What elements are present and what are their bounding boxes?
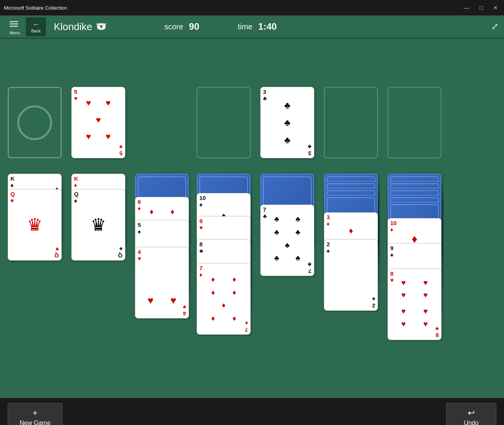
new-game-button[interactable]: + New Game (8, 403, 62, 425)
close-button[interactable]: ✕ (491, 4, 500, 12)
minimize-button[interactable]: — (462, 4, 472, 12)
back-button[interactable]: ← Back (26, 17, 46, 36)
bear-icon: 🐻‍❄️ (96, 22, 106, 32)
time-value: 1:40 (258, 21, 277, 32)
game-area: 5♥ 5♥ ♥ ♥ ♥ ♥ ♥ 3♣ 3♣ ♣ ♣ ♣ (0, 39, 504, 398)
card-7-clubs[interactable]: 7♣ 7♣ ♣ ♣ ♣ ♣ ♣ ♣ ♣ (260, 205, 314, 276)
card-5-hearts[interactable]: 5♥ 5♥ ♥ ♥ ♥ ♥ ♥ (71, 87, 125, 158)
card-2-spades[interactable]: 2♠ 2♠ (324, 239, 378, 311)
card-7-diamonds[interactable]: 7♦ 7♦ ♦ ♦ ♦ ♦ ♦ ♦ ♦ (197, 263, 251, 335)
score-value: 90 (189, 21, 199, 32)
title-bar: Microsoft Solitaire Collection — □ ✕ (0, 0, 504, 15)
bottom-bar: + New Game ↩ Undo (0, 398, 504, 425)
score-label: score (164, 22, 183, 31)
window-controls: — □ ✕ (462, 4, 500, 12)
app-title: Microsoft Solitaire Collection (4, 5, 67, 11)
back-label: Back (31, 29, 40, 33)
maximize-button[interactable]: □ (477, 4, 485, 12)
undo-button[interactable]: ↩ Undo (446, 403, 496, 425)
new-game-icon: + (33, 408, 38, 418)
card-8-hearts[interactable]: 8♥ 8♥ ♥ ♥ ♥ ♥ ♥ ♥ ♥ ♥ (388, 269, 442, 340)
card-3-clubs[interactable]: 3♣ 3♣ ♣ ♣ ♣ (260, 87, 314, 158)
deck-placeholder[interactable] (8, 87, 62, 158)
undo-icon: ↩ (468, 408, 475, 418)
time-area: time 1:40 (238, 21, 277, 32)
expand-button[interactable]: ⤢ (491, 22, 498, 32)
card-q-spades[interactable]: Q♠ Q♠ ♛ (71, 189, 125, 261)
foundation-3[interactable] (324, 87, 378, 158)
score-area: score 90 (164, 21, 199, 32)
foundation-1[interactable] (197, 87, 251, 158)
menu-button[interactable]: Menu (6, 18, 24, 35)
card-q-hearts[interactable]: Q♥ Q♥ ♛ (8, 189, 62, 261)
hamburger-icon (6, 18, 22, 30)
time-label: time (238, 22, 253, 31)
menu-label: Menu (10, 30, 20, 35)
undo-label: Undo (464, 420, 479, 425)
new-game-label: New Game (20, 420, 51, 425)
foundation-4[interactable] (388, 87, 442, 158)
card-4-hearts[interactable]: 4♥ 4♥ ♥ ♥ (135, 247, 189, 318)
nav-bar: Menu ← Back Klondike 🐻‍❄️ score 90 time … (0, 15, 504, 39)
game-title: Klondike (54, 21, 92, 33)
